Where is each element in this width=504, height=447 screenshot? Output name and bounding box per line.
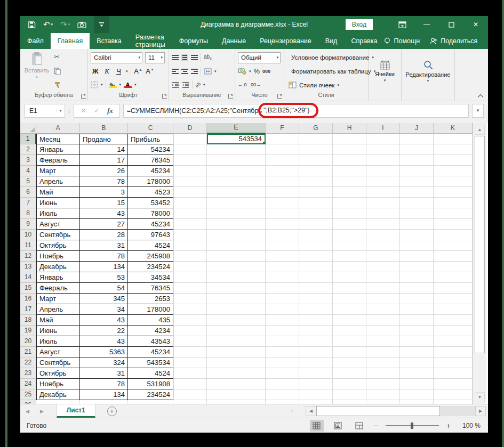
merge-center-button[interactable] [204,68,212,75]
cell-A14[interactable]: Январь [36,272,80,283]
cell-E26[interactable] [207,400,266,404]
cell-J12[interactable] [400,251,434,262]
cell-I24[interactable] [366,379,400,389]
copy-button[interactable] [54,68,61,75]
format-painter-button[interactable] [54,82,61,88]
cell-B14[interactable]: 53 [80,272,128,283]
cell-I25[interactable] [366,389,400,400]
cell-K18[interactable] [434,315,473,326]
number-format-select[interactable]: Общий▾ [238,52,281,63]
cell-C3[interactable]: 76345 [128,155,173,166]
cell-J25[interactable] [400,389,434,400]
cell-B25[interactable]: 134 [80,389,128,400]
cell-K14[interactable] [434,272,473,283]
decrease-decimal-button[interactable]: .00→ [250,82,261,87]
zoom-slider-thumb[interactable] [411,422,413,429]
cell-I19[interactable] [366,326,400,336]
cell-J23[interactable] [400,368,434,379]
sheet-nav-left-icon[interactable]: ◀ [20,404,35,418]
cell-E24[interactable] [207,379,266,389]
row-header-22[interactable]: 22 [20,357,36,368]
cell-I9[interactable] [366,219,400,230]
borders-button[interactable] [91,81,98,88]
cell-D1[interactable] [173,134,207,144]
ribbon-tab-данные[interactable]: Данные [215,33,253,49]
orientation-button[interactable]: ab [194,81,202,88]
column-header-F[interactable]: F [266,123,299,134]
cell-J5[interactable] [400,176,434,187]
cell-D8[interactable] [173,208,207,219]
cell-G3[interactable] [299,155,333,166]
cell-C25[interactable]: 234524 [128,389,173,400]
shrink-font-button[interactable]: А▼ [146,67,155,75]
zoom-out-button[interactable]: − [374,421,378,430]
cell-K5[interactable] [434,176,473,187]
cell-C24[interactable]: 531908 [128,379,173,389]
cell-F1[interactable] [266,134,299,144]
cell-A26[interactable] [36,400,80,404]
cell-G15[interactable] [299,283,333,294]
cell-K8[interactable] [434,208,473,219]
cell-G23[interactable] [299,368,333,379]
ribbon-display-options-icon[interactable] [394,21,410,28]
cell-D5[interactable] [173,176,207,187]
align-top-button[interactable] [172,55,179,60]
sheet-tab-list1[interactable]: Лист1 [57,404,95,418]
row-header-9[interactable]: 9 [20,219,36,230]
cell-F10[interactable] [266,230,299,240]
name-box[interactable]: E1 ▾ [25,104,65,118]
borders-dropdown[interactable]: ▾ [101,83,103,87]
cell-D9[interactable] [173,219,207,230]
row-header-23[interactable]: 23 [20,368,36,379]
cell-C6[interactable]: 4523 [128,187,173,198]
cell-J4[interactable] [400,166,434,176]
cell-I6[interactable] [366,187,400,198]
column-header-A[interactable]: A [36,123,80,134]
cell-H12[interactable] [333,251,366,262]
row-header-10[interactable]: 10 [20,230,36,240]
row-header-1[interactable]: 1 [20,134,36,144]
cell-E7[interactable] [207,198,266,208]
cell-K12[interactable] [434,251,473,262]
cell-G22[interactable] [299,357,333,368]
ribbon-tab-справка[interactable]: Справка [344,33,384,49]
cell-D16[interactable] [173,294,207,304]
cell-A12[interactable]: Ноябрь [36,251,80,262]
cell-G12[interactable] [299,251,333,262]
cell-B13[interactable]: 134 [80,262,128,272]
cell-C18[interactable]: 435 [128,315,173,326]
cell-I11[interactable] [366,240,400,251]
cell-B19[interactable]: 22 [80,326,128,336]
cell-B11[interactable]: 31 [80,240,128,251]
close-button[interactable]: ✕ [468,21,484,28]
cell-F11[interactable] [266,240,299,251]
cell-C4[interactable]: 45234 [128,166,173,176]
cell-C10[interactable]: 97643 [128,230,173,240]
underline-button[interactable]: Ч [114,67,123,75]
cell-J22[interactable] [400,357,434,368]
cell-G11[interactable] [299,240,333,251]
ribbon-tab-вставка[interactable]: Вставка [90,33,128,49]
cell-F19[interactable] [266,326,299,336]
cell-K24[interactable] [434,379,473,389]
cell-K10[interactable] [434,230,473,240]
vertical-scrollbar[interactable]: ▲ ▼ [473,123,486,404]
cell-B6[interactable]: 3 [80,187,128,198]
cell-K19[interactable] [434,326,473,336]
cell-A24[interactable]: Ноябрь [36,379,80,389]
cell-K1[interactable] [434,134,473,144]
align-right-button[interactable] [191,69,198,74]
cell-A16[interactable]: Март [36,294,80,304]
cell-K9[interactable] [434,219,473,230]
row-header-25[interactable]: 25 [20,389,36,400]
cell-A5[interactable]: Апрель [36,176,80,187]
cell-B9[interactable]: 27 [80,219,128,230]
cell-F26[interactable] [266,400,299,404]
scroll-up-icon[interactable]: ▲ [475,125,485,135]
cell-I23[interactable] [366,368,400,379]
cell-H17[interactable] [333,304,366,315]
cell-B18[interactable]: 43 [80,315,128,326]
insert-function-icon[interactable]: fx [107,107,113,115]
cell-H5[interactable] [333,176,366,187]
row-header-21[interactable]: 21 [20,347,36,357]
